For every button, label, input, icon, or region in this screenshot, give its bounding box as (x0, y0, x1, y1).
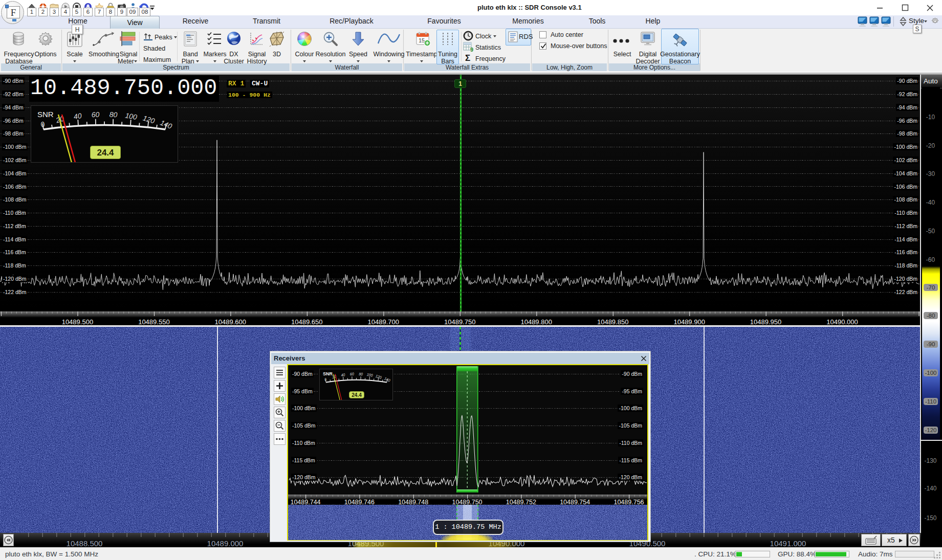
svg-text:100: 100 (124, 111, 138, 121)
svg-text:80: 80 (359, 372, 363, 377)
svg-text:60: 60 (350, 372, 355, 377)
svg-text:0: 0 (324, 377, 328, 383)
svg-text:0: 0 (39, 120, 46, 129)
svg-text:100: 100 (366, 372, 374, 378)
svg-text:40: 40 (73, 111, 82, 121)
svg-text:60: 60 (91, 110, 100, 119)
svg-text:120: 120 (142, 114, 156, 125)
svg-text:80: 80 (109, 110, 118, 119)
svg-text:9: 9 (470, 47, 473, 52)
svg-text:15: 15 (419, 37, 425, 43)
svg-text:40: 40 (341, 372, 346, 378)
svg-text:120: 120 (375, 374, 382, 380)
